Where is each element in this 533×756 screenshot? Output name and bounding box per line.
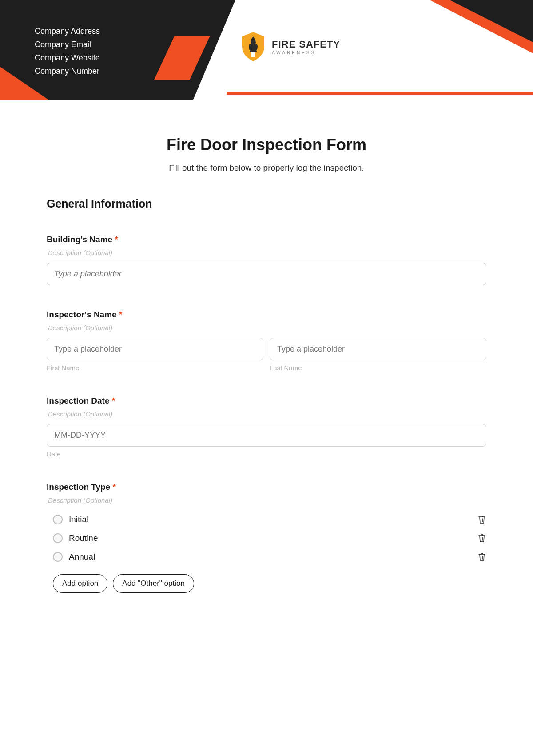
company-number: Company Number bbox=[35, 64, 100, 78]
building-name-label: Building's Name * bbox=[47, 235, 486, 244]
company-website: Company Website bbox=[35, 51, 100, 64]
field-building-name: Building's Name * Description (Optional) bbox=[47, 235, 486, 285]
radio-initial-label: Initial bbox=[69, 515, 88, 524]
trash-icon[interactable] bbox=[477, 533, 486, 543]
trash-icon[interactable] bbox=[477, 515, 486, 524]
inspection-type-label: Inspection Type * bbox=[47, 482, 486, 492]
add-other-option-button[interactable]: Add "Other" option bbox=[113, 574, 194, 593]
field-inspection-date: Inspection Date * Description (Optional)… bbox=[47, 396, 486, 458]
trash-icon[interactable] bbox=[477, 552, 486, 562]
svg-rect-1 bbox=[250, 51, 257, 52]
inspector-name-label: Inspector's Name * bbox=[47, 310, 486, 320]
company-address: Company Address bbox=[35, 24, 100, 38]
logo-title: FIRE SAFETY bbox=[272, 39, 340, 50]
company-email: Company Email bbox=[35, 38, 100, 51]
form-title: Fire Door Inspection Form bbox=[47, 136, 486, 154]
inspection-date-input[interactable] bbox=[47, 424, 486, 447]
header-banner: Company Address Company Email Company We… bbox=[0, 0, 533, 100]
shield-flame-icon bbox=[240, 31, 266, 62]
inspection-type-description[interactable]: Description (Optional) bbox=[47, 496, 486, 504]
radio-annual-label: Annual bbox=[69, 552, 95, 562]
field-inspector-name: Inspector's Name * Description (Optional… bbox=[47, 310, 486, 372]
last-name-input[interactable] bbox=[270, 338, 486, 360]
company-info: Company Address Company Email Company We… bbox=[35, 24, 100, 78]
first-name-sublabel: First Name bbox=[47, 364, 263, 372]
building-name-input[interactable] bbox=[47, 263, 486, 285]
inspection-date-description[interactable]: Description (Optional) bbox=[47, 410, 486, 418]
radio-annual[interactable] bbox=[53, 552, 63, 562]
inspection-date-label: Inspection Date * bbox=[47, 396, 486, 406]
section-heading-general: General Information bbox=[47, 197, 486, 210]
last-name-sublabel: Last Name bbox=[270, 364, 486, 372]
form-content: Fire Door Inspection Form Fill out the f… bbox=[0, 100, 533, 635]
radio-option-initial: Initial bbox=[47, 510, 486, 529]
radio-option-routine: Routine bbox=[47, 529, 486, 548]
add-option-button[interactable]: Add option bbox=[53, 574, 107, 593]
first-name-input[interactable] bbox=[47, 338, 263, 360]
radio-option-annual: Annual bbox=[47, 548, 486, 566]
radio-routine[interactable] bbox=[53, 533, 63, 543]
logo: FIRE SAFETY AWARENESS bbox=[240, 31, 340, 62]
field-inspection-type: Inspection Type * Description (Optional)… bbox=[47, 482, 486, 593]
inspector-name-description[interactable]: Description (Optional) bbox=[47, 324, 486, 332]
inspection-date-sublabel: Date bbox=[47, 450, 486, 458]
logo-subtitle: AWARENESS bbox=[272, 50, 340, 55]
form-subtitle: Fill out the form below to properly log … bbox=[47, 163, 486, 173]
building-name-description[interactable]: Description (Optional) bbox=[47, 249, 486, 256]
radio-routine-label: Routine bbox=[69, 533, 98, 543]
radio-initial[interactable] bbox=[53, 515, 63, 524]
